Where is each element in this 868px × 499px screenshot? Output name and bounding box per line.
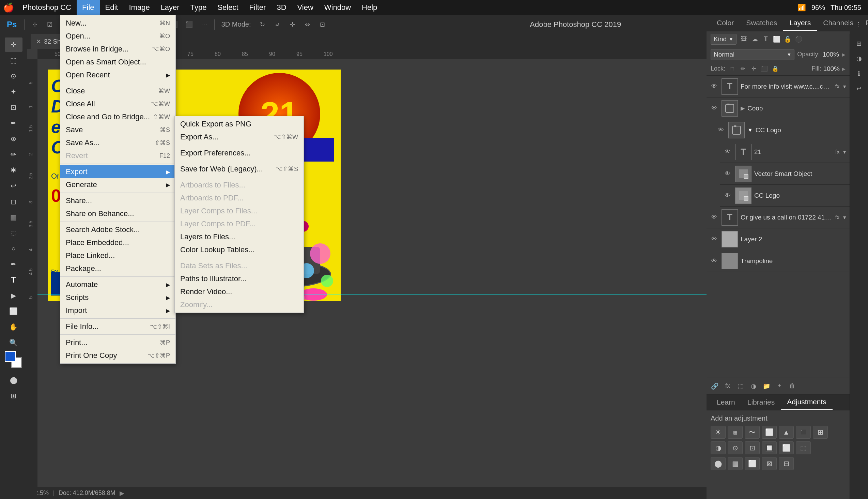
layer-visibility-toggle[interactable]: 👁 <box>709 82 719 92</box>
menu-open[interactable]: Open...⌘O <box>60 30 175 42</box>
tab-channels[interactable]: Channels <box>817 15 859 31</box>
tab-paths[interactable]: Paths <box>859 15 868 31</box>
filter-adjustment[interactable]: ☁ <box>750 34 760 44</box>
menubar-layer[interactable]: Layer <box>155 0 185 15</box>
menu-share-behance[interactable]: Share on Behance... <box>60 207 175 220</box>
type-tool[interactable]: T <box>5 273 23 287</box>
menu-place-embedded[interactable]: Place Embedded... <box>60 236 175 249</box>
layer-item[interactable]: 👁 T Or give us a call on 01722 415991 fx… <box>707 207 850 228</box>
menu-print-one[interactable]: Print One Copy⌥⇧⌘P <box>60 349 175 362</box>
menu-new[interactable]: New...⌘N <box>60 17 175 30</box>
layer-visibility-toggle[interactable]: 👁 <box>709 213 719 222</box>
filter-pixel[interactable]: 🖼 <box>739 34 749 44</box>
move-tool[interactable]: ✛ <box>5 37 23 52</box>
menu-close[interactable]: Close⌘W <box>60 85 175 97</box>
menubar-filter[interactable]: Filter <box>244 0 272 15</box>
adj-color-balance[interactable]: ⊞ <box>813 426 828 439</box>
tab-layers[interactable]: Layers <box>783 15 817 31</box>
menu-file-info[interactable]: File Info...⌥⇧⌘I <box>60 320 175 333</box>
adj-invert[interactable]: ⬜ <box>779 441 794 454</box>
tab-color[interactable]: Color <box>711 15 740 31</box>
menu-share[interactable]: Share... <box>60 194 175 207</box>
menubar-help[interactable]: Help <box>356 0 383 15</box>
menu-package[interactable]: Package... <box>60 262 175 275</box>
submenu-save-web[interactable]: Save for Web (Legacy)...⌥⇧⌘S <box>175 162 303 175</box>
adj-exposure[interactable]: ⬜ <box>762 426 777 439</box>
menu-close-bridge[interactable]: Close and Go to Bridge...⇧⌘W <box>60 110 175 123</box>
marquee-tool[interactable]: ⬚ <box>5 53 23 68</box>
layer-visibility-toggle[interactable]: 👁 <box>709 104 719 113</box>
layer-fx-btn[interactable]: fx <box>722 381 733 392</box>
menu-print[interactable]: Print...⌘P <box>60 336 175 349</box>
lock-transparency[interactable]: ⬚ <box>727 64 736 73</box>
adj-channel-mixer[interactable]: ⊡ <box>745 441 760 454</box>
adj-threshold[interactable]: ⬤ <box>711 457 726 470</box>
layer-visibility-toggle[interactable]: 👁 <box>709 256 719 266</box>
brush-tool[interactable]: ✏ <box>5 147 23 161</box>
dodge-tool[interactable]: ○ <box>5 241 23 256</box>
panel-adjustments-btn[interactable]: ◑ <box>853 52 865 65</box>
panel-tools-btn[interactable]: ⊞ <box>853 37 865 50</box>
menubar-view[interactable]: View <box>292 0 319 15</box>
adj-extra1[interactable]: ⊠ <box>762 457 777 470</box>
blend-mode-select[interactable]: Normal ▼ <box>711 49 794 60</box>
opacity-value[interactable]: 100% <box>822 51 839 58</box>
blur-tool[interactable]: ◌ <box>5 226 23 240</box>
menubar-edit[interactable]: Edit <box>100 0 124 15</box>
menu-automate[interactable]: Automate▶ <box>60 278 175 291</box>
history-brush[interactable]: ↩ <box>5 179 23 193</box>
submenu-paths-illustrator[interactable]: Paths to Illustrator... <box>175 272 303 285</box>
filter-toggle[interactable]: ⚫ <box>794 34 803 44</box>
tab-swatches[interactable]: Swatches <box>740 15 783 31</box>
layer-visibility-toggle[interactable]: 👁 <box>716 125 726 135</box>
path-selection[interactable]: ▶ <box>5 288 23 303</box>
tab-learn[interactable]: Learn <box>711 394 741 410</box>
menubar-image[interactable]: Image <box>123 0 155 15</box>
lock-position[interactable]: ✛ <box>749 64 758 73</box>
adj-curves[interactable]: 〜 <box>745 426 760 439</box>
menubar-type[interactable]: Type <box>185 0 212 15</box>
healing-tool[interactable]: ⊕ <box>5 132 23 146</box>
3d-slide[interactable]: ⇔ <box>301 19 313 31</box>
submenu-quick-export-png[interactable]: Quick Export as PNG <box>175 118 303 131</box>
filter-type[interactable]: T <box>761 34 771 44</box>
adj-selective-color[interactable]: ⬜ <box>745 457 760 470</box>
gradient-tool[interactable]: ▦ <box>5 210 23 224</box>
pen-tool[interactable]: ✒ <box>5 257 23 271</box>
menubar-3d[interactable]: 3D <box>271 0 292 15</box>
adj-hsl[interactable]: ⬛ <box>796 426 811 439</box>
hand-tool[interactable]: ✋ <box>5 320 23 334</box>
submenu-export-prefs[interactable]: Export Preferences... <box>175 147 303 159</box>
3d-pan[interactable]: ✛ <box>286 19 298 31</box>
layer-group-chevron[interactable]: ▼ <box>747 127 753 133</box>
filter-kind-select[interactable]: Kind ▼ <box>711 34 736 45</box>
align-bottom[interactable]: ⬛ <box>183 19 195 31</box>
layer-visibility-toggle[interactable]: 👁 <box>723 147 732 157</box>
more-options[interactable]: ⋯ <box>198 19 210 31</box>
tab-adjustments[interactable]: Adjustments <box>781 394 833 410</box>
layer-item[interactable]: 👁 ▶ Coop <box>707 97 850 119</box>
submenu-color-lookup[interactable]: Color Lookup Tables... <box>175 243 303 256</box>
layer-item[interactable]: 👁 CC Logo <box>720 185 850 207</box>
magic-wand[interactable]: ✦ <box>5 85 23 99</box>
quick-mask[interactable]: ⬤ <box>5 373 23 387</box>
menubar-window[interactable]: Window <box>319 0 356 15</box>
layer-visibility-toggle[interactable]: 👁 <box>723 169 732 179</box>
layer-item[interactable]: 👁 T For more info visit www.c....co.uk a… <box>707 76 850 97</box>
menu-browse-bridge[interactable]: Browse in Bridge...⌥⌘O <box>60 42 175 56</box>
eyedropper-tool[interactable]: ✒ <box>5 116 23 130</box>
3d-roll[interactable]: ⤾ <box>271 19 283 31</box>
layer-visibility-toggle[interactable]: 👁 <box>709 234 719 244</box>
menu-save[interactable]: Save⌘S <box>60 123 175 136</box>
menu-place-linked[interactable]: Place Linked... <box>60 249 175 262</box>
adj-posterize[interactable]: ⬚ <box>796 441 811 454</box>
menubar-photoshop[interactable]: Photoshop CC <box>17 0 77 15</box>
zoom-tool[interactable]: 🔍 <box>5 336 23 350</box>
adj-brightness[interactable]: ☀ <box>711 426 726 439</box>
clone-tool[interactable]: ✱ <box>5 163 23 177</box>
menu-close-all[interactable]: Close All⌥⌘W <box>60 97 175 110</box>
apple-menu[interactable]: 🍎 <box>0 2 17 13</box>
layer-item[interactable]: 👁 T 21 fx ▼ <box>720 141 850 163</box>
submenu-layers-files[interactable]: Layers to Files... <box>175 230 303 243</box>
tab-libraries[interactable]: Libraries <box>741 394 781 410</box>
